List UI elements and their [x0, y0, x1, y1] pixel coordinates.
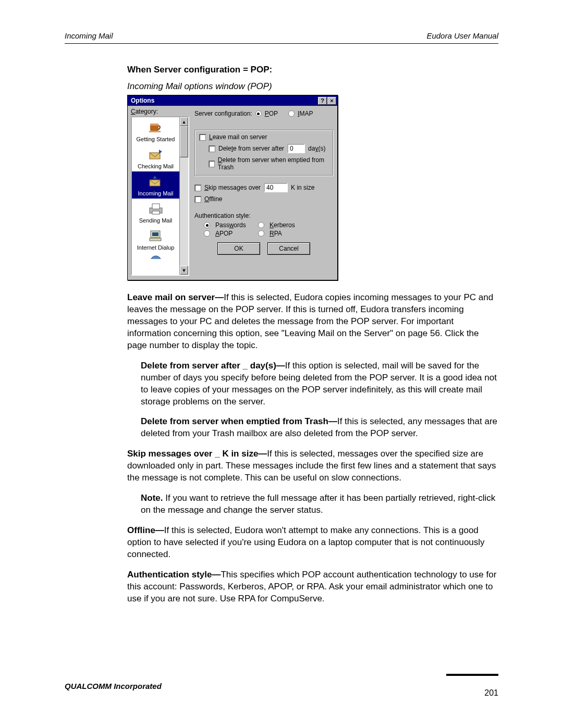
para-note: Note. If you want to retrieve the full m… [127, 492, 498, 516]
para-offline: Offline—If this is selected, Eudora won'… [127, 525, 498, 561]
radio-passwords[interactable] [204, 222, 210, 228]
ok-button[interactable]: OK [217, 242, 260, 255]
titlebar: Options ? × [128, 95, 337, 106]
para-delete-after: Delete from server after _ day(s)—If thi… [127, 360, 498, 408]
category-internet-dialup[interactable]: Internet Dialup [132, 226, 179, 253]
category-list: Getting Started Checking Mail [131, 116, 189, 276]
category-label: Category: [131, 108, 189, 115]
radio-apop-label: APOP [215, 230, 253, 237]
radio-passwords-label: Passwords [215, 221, 253, 229]
svg-rect-1 [150, 124, 158, 126]
check-skip[interactable] [194, 184, 201, 191]
auth-style-label: Authentication style: [194, 212, 333, 219]
radio-rpa-label: RPA [270, 230, 282, 237]
check-offline[interactable] [194, 196, 201, 203]
scroll-down-button[interactable]: ▼ [180, 266, 188, 275]
category-label-text: Sending Mail [132, 217, 179, 224]
svg-rect-7 [152, 211, 160, 214]
delete-after-input[interactable]: 0 [287, 144, 305, 153]
check-skip-label: Skip messages over [204, 184, 261, 191]
section-title: When Server configuration = POP: [127, 65, 498, 75]
envelope-in-icon [146, 146, 165, 162]
category-checking-mail[interactable]: Checking Mail [132, 144, 179, 171]
k-in-size-label: K in size [291, 184, 314, 191]
category-partial[interactable] [132, 253, 179, 259]
scroll-thumb[interactable] [180, 126, 188, 157]
category-label-text: Checking Mail [132, 163, 179, 169]
cup-icon [146, 119, 165, 135]
check-delete-after-label: Delete from server after [218, 145, 284, 152]
radio-kerberos-label: Kerberos [270, 221, 295, 229]
cancel-button[interactable]: Cancel [267, 242, 310, 255]
check-delete-after[interactable] [209, 145, 215, 152]
svg-rect-9 [152, 232, 158, 236]
para-leave-mail: Leave mail on server—If this is selected… [127, 292, 498, 352]
category-label-text: Internet Dialup [132, 244, 179, 251]
svg-rect-2 [149, 131, 161, 132]
radio-pop-label: POP [265, 110, 278, 117]
svg-rect-10 [150, 238, 161, 241]
globe-icon [146, 255, 165, 259]
para-skip: Skip messages over _ K in size—If this i… [127, 448, 498, 484]
radio-imap[interactable] [288, 110, 295, 117]
radio-apop[interactable] [204, 230, 210, 237]
para-delete-trash: Delete from server when emptied from Tra… [127, 416, 498, 440]
figure-caption: Incoming Mail options window (POP) [127, 81, 498, 92]
check-leave-mail[interactable] [199, 134, 206, 141]
computer-icon [146, 228, 165, 243]
dialog-title: Options [131, 97, 317, 104]
skip-input[interactable]: 40 [264, 183, 288, 192]
close-button[interactable]: × [327, 97, 336, 105]
radio-imap-label: IMAP [298, 110, 313, 117]
svg-point-11 [151, 256, 161, 259]
footer-company: QUALCOMM Incorporated [65, 682, 162, 690]
days-label: day(s) [308, 145, 325, 152]
para-auth: Authentication style—This specifies whic… [127, 569, 498, 605]
check-offline-label: Offline [204, 195, 222, 203]
svg-rect-6 [152, 204, 160, 209]
header-right: Eudora User Manual [426, 31, 498, 40]
envelope-down-icon [146, 174, 165, 189]
category-getting-started[interactable]: Getting Started [132, 117, 179, 144]
scroll-track[interactable] [180, 126, 188, 266]
check-delete-trash[interactable] [209, 161, 215, 167]
category-label-text: Incoming Mail [132, 190, 179, 196]
leave-mail-group: Leave mail on server Delete from server … [194, 130, 333, 176]
check-delete-trash-label: Delete from server when emptied from Tra… [218, 156, 328, 171]
category-incoming-mail[interactable]: Incoming Mail [132, 171, 179, 199]
help-button[interactable]: ? [318, 97, 327, 105]
options-dialog: Options ? × Category: [127, 95, 338, 280]
header-left: Incoming Mail [65, 31, 113, 40]
category-sending-mail[interactable]: Sending Mail [132, 199, 179, 226]
footer-rule [446, 674, 498, 676]
header-rule [65, 43, 498, 44]
page-number: 201 [484, 688, 498, 698]
radio-pop[interactable] [255, 110, 262, 117]
category-label-text: Getting Started [132, 136, 179, 142]
category-scrollbar[interactable]: ▲ ▼ [179, 117, 188, 275]
server-config-label: Server configuration: [194, 110, 252, 117]
radio-kerberos[interactable] [258, 222, 264, 228]
check-leave-mail-label: Leave mail on server [209, 133, 267, 141]
scroll-up-button[interactable]: ▲ [180, 117, 188, 126]
printer-icon [146, 201, 165, 216]
radio-rpa[interactable] [258, 230, 264, 237]
